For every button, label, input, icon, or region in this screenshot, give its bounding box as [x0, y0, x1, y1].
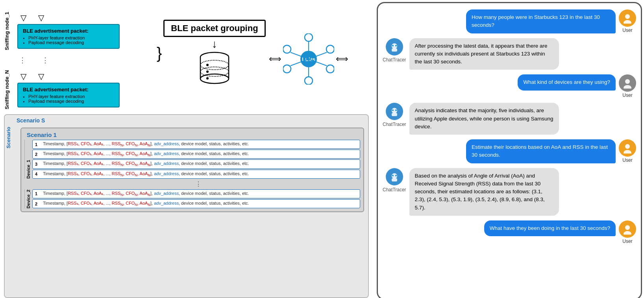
scenario-1-container: Scenario 1 Device_1 1 Timestamp, [RSS₁, … [20, 128, 364, 212]
user-label-2: User [622, 93, 632, 98]
left-panel: Sniffing node_1 ▽ ▽ BLE advertisement pa… [0, 0, 377, 298]
down-arrow-icon: ↓ [212, 39, 217, 50]
user-label-1: User [622, 28, 632, 33]
svg-point-28 [392, 45, 394, 46]
svg-point-41 [395, 175, 397, 176]
ble-grouping-label: BLE packet grouping [163, 20, 265, 37]
ble-bullet-1: PHY-layer feature extraction [28, 35, 114, 40]
svg-point-24 [625, 14, 630, 19]
ellipsis-dots: ⋮ [36, 180, 360, 188]
chat-bubble-2: After processing the latest data, it app… [409, 38, 559, 70]
user-actor-1: User [619, 9, 636, 33]
scenario-tag: Scenario [6, 127, 11, 148]
sniffing-node-1-label: Sniffing node_1 [4, 12, 16, 50]
ble-bullet-n1: PHY-layer feature extraction [28, 94, 114, 99]
sniffing-node-n-label: Sniffing node_N [4, 70, 16, 109]
bot-avatar-2 [386, 103, 403, 120]
dots-row: ⋮ ⋮ [4, 54, 154, 66]
svg-rect-33 [392, 113, 397, 116]
bot-actor-2: ChatTracer [383, 103, 406, 127]
bot-actor-1: ChatTracer [383, 38, 406, 63]
svg-point-37 [624, 150, 631, 154]
table-row: 2 Timestamp, [RSS₁, CFO₁, AoA₁, ..., RSS… [32, 199, 360, 208]
scenario-s-label: Scenario S [17, 117, 45, 124]
table-row: 3 Timestamp, [RSS₁, CFO₁, AoA₁, ..., RSS… [32, 159, 360, 168]
row-content: Timestamp, [RSS₁, CFO₁, AoA₁, ..., RSSN,… [43, 171, 249, 177]
chat-bubble-1: How many people were in Starbucks 123 in… [466, 9, 616, 33]
row-number: 2 [35, 152, 41, 157]
ble-packet-title-n: BLE advertisement packet: [23, 87, 114, 93]
svg-rect-27 [392, 48, 397, 52]
svg-point-12 [326, 65, 334, 73]
bot-name-2: ChatTracer [383, 122, 406, 127]
chat-bubble-3: What kind of devices are they using? [518, 74, 616, 90]
chat-message-5: User Estimate their locations based on A… [383, 139, 636, 163]
svg-point-36 [625, 144, 630, 149]
user-avatar-4 [619, 220, 636, 238]
table-row: 2 Timestamp, [RSS₁, CFO₁, AoA₁, ..., RSS… [32, 150, 360, 159]
svg-point-30 [625, 79, 630, 84]
svg-point-8 [206, 70, 209, 73]
svg-point-15 [283, 45, 291, 53]
antenna-icon: ▽ [38, 13, 44, 22]
device-2-label: Device_2 [24, 189, 31, 208]
antenna-icon: ▽ [20, 13, 26, 22]
chat-message-3: User What kind of devices are they using… [383, 74, 636, 98]
user-actor-4: User [619, 220, 636, 244]
antenna-icon-n2: ▽ [38, 72, 44, 81]
bot-avatar-1 [386, 38, 403, 56]
chat-bubble-4: Analysis indicates that the majority, fi… [409, 103, 559, 135]
chat-message-4: ChatTracer Analysis indicates that the m… [383, 103, 636, 135]
chat-panel: User How many people were in Starbucks 1… [377, 2, 642, 298]
user-label-4: User [622, 239, 632, 244]
table-row: 1 Timestamp, [RSS₁, CFO₁, AoA₁, ..., RSS… [32, 189, 360, 198]
svg-point-43 [624, 231, 631, 235]
row-content: Timestamp, [RSS₁, CFO₁, AoA₁, ..., RSSN,… [43, 151, 249, 157]
svg-point-34 [392, 109, 394, 111]
svg-rect-39 [392, 178, 397, 181]
row-content: Timestamp, [RSS₁, CFO₁, AoA₁, ..., RSSN,… [43, 201, 249, 207]
user-actor-2: User [619, 74, 636, 98]
row-number: 1 [35, 191, 41, 196]
brace-arrow: } [157, 44, 162, 62]
ble-bullet-2: Payload message decoding [28, 40, 114, 45]
top-section: Sniffing node_1 ▽ ▽ BLE advertisement pa… [4, 4, 373, 126]
user-avatar-1 [619, 9, 636, 27]
svg-point-40 [392, 175, 394, 176]
row-content: Timestamp, [RSS₁, CFO₁, AoA₁, ..., RSSN,… [43, 141, 249, 147]
sniffing-nodes: Sniffing node_1 ▽ ▽ BLE advertisement pa… [4, 4, 154, 109]
row-number: 3 [35, 162, 41, 167]
table-row: 4 Timestamp, [RSS₁, CFO₁, AoA₁, ..., RSS… [32, 170, 360, 179]
chat-bubble-7: What have they been doing in the last 30… [484, 220, 616, 236]
scenario-1-label: Scenario 1 [27, 131, 360, 138]
svg-point-14 [283, 65, 291, 73]
svg-point-29 [395, 45, 397, 46]
row-number: 4 [35, 172, 41, 176]
device-1-rows: 1 Timestamp, [RSS₁, CFO₁, AoA₁, ..., RSS… [32, 140, 360, 179]
antenna-icon-n1: ▽ [20, 72, 26, 81]
device-1-label: Device_1 [24, 140, 31, 179]
svg-point-35 [395, 109, 397, 111]
dot-1: ⋮ [19, 56, 26, 65]
chat-message-7: User What have they been doing in the la… [383, 220, 636, 244]
user-avatar-2 [619, 74, 636, 92]
chat-message-2: ChatTracer After processing the latest d… [383, 38, 636, 70]
chat-message-6: ChatTracer Based on the analysis of Angl… [383, 168, 636, 216]
svg-point-9 [206, 77, 209, 80]
user-avatar-3 [619, 139, 636, 157]
row-content: Timestamp, [RSS₁, CFO₁, AoA₁, ..., RSSN,… [43, 161, 249, 167]
device-2-section: Device_2 1 Timestamp, [RSS₁, CFO₁, AoA₁,… [24, 189, 360, 208]
device-2-rows: 1 Timestamp, [RSS₁, CFO₁, AoA₁, ..., RSS… [32, 189, 360, 208]
ble-packet-box-n: BLE advertisement packet: PHY-layer feat… [17, 83, 120, 107]
bot-name-1: ChatTracer [383, 57, 406, 63]
user-label-3: User [622, 157, 632, 163]
device-1-section: Device_1 1 Timestamp, [RSS₁, CFO₁, AoA₁,… [24, 140, 360, 179]
llms-network-icon: LLMs [283, 33, 334, 85]
row-number: 1 [35, 142, 41, 147]
bot-actor-3: ChatTracer [383, 168, 406, 192]
row-content: Timestamp, [RSS₁, CFO₁, AoA₁, ..., RSSN,… [43, 191, 249, 197]
svg-point-31 [624, 85, 631, 89]
ble-packet-box-1: BLE advertisement packet: PHY-layer feat… [17, 24, 120, 49]
bot-avatar-3 [386, 168, 403, 185]
dot-2: ⋮ [42, 56, 49, 65]
